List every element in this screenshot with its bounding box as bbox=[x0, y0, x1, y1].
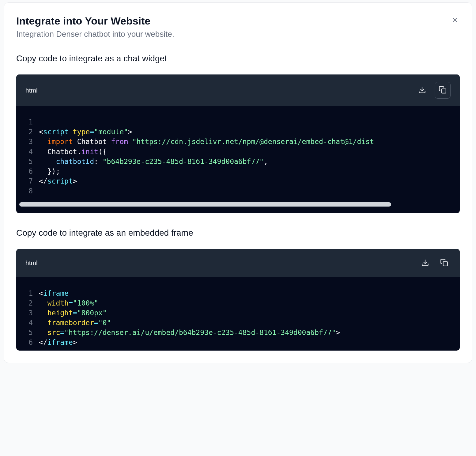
line-number: 6 bbox=[22, 166, 33, 176]
line-number: 2 bbox=[22, 298, 33, 308]
svg-rect-3 bbox=[443, 261, 448, 266]
code-line: 2<script type="module"> bbox=[16, 127, 460, 137]
line-number: 3 bbox=[22, 308, 33, 318]
code-content: </script> bbox=[39, 176, 454, 186]
code-content: </iframe> bbox=[39, 337, 454, 347]
code-line: 6 }); bbox=[16, 166, 460, 176]
code-content: import Chatbot from "https://cdn.jsdeliv… bbox=[39, 137, 454, 146]
horizontal-scrollbar[interactable] bbox=[19, 202, 457, 207]
code-body[interactable]: 1<iframe2 width="100%"3 height="800px"4 … bbox=[16, 277, 460, 351]
code-content bbox=[39, 117, 454, 127]
code-content: frameborder="0" bbox=[39, 318, 454, 328]
code-content: chatbotId: "b64b293e-c235-485d-8161-349d… bbox=[39, 157, 454, 166]
code-body[interactable]: 12<script type="module">3 import Chatbot… bbox=[16, 106, 460, 213]
modal-title: Integrate into Your Website bbox=[16, 15, 460, 27]
code-content bbox=[39, 186, 454, 196]
code-content: height="800px" bbox=[39, 308, 454, 318]
code-line: 2 width="100%" bbox=[16, 298, 460, 308]
download-button[interactable] bbox=[419, 256, 432, 270]
code-line: 5 src="https://denser.ai/u/embed/b64b293… bbox=[16, 328, 460, 337]
code-content: width="100%" bbox=[39, 298, 454, 308]
line-number: 1 bbox=[22, 117, 33, 127]
line-number: 5 bbox=[22, 157, 33, 166]
line-number: 2 bbox=[22, 127, 33, 137]
code-block: html1<iframe2 width="100%"3 height="800p… bbox=[16, 249, 460, 351]
close-button[interactable] bbox=[450, 15, 460, 26]
line-number: 3 bbox=[22, 137, 33, 146]
close-icon bbox=[451, 20, 459, 25]
code-header: html bbox=[16, 74, 460, 106]
code-language-label: html bbox=[25, 259, 38, 267]
code-content: }); bbox=[39, 166, 454, 176]
section-heading: Copy code to integrate as an embedded fr… bbox=[16, 228, 460, 238]
code-actions bbox=[419, 256, 451, 270]
code-actions bbox=[416, 82, 451, 99]
code-content: Chatbot.init({ bbox=[39, 147, 454, 157]
line-number: 5 bbox=[22, 328, 33, 337]
section-heading: Copy code to integrate as a chat widget bbox=[16, 54, 460, 63]
line-number: 8 bbox=[22, 186, 33, 196]
code-line: 5 chatbotId: "b64b293e-c235-485d-8161-34… bbox=[16, 157, 460, 166]
line-number: 7 bbox=[22, 176, 33, 186]
code-language-label: html bbox=[25, 87, 38, 94]
download-button[interactable] bbox=[416, 83, 429, 97]
line-number: 4 bbox=[22, 318, 33, 328]
scrollbar-thumb[interactable] bbox=[19, 202, 391, 207]
line-number: 1 bbox=[22, 288, 33, 298]
copy-button[interactable] bbox=[435, 82, 451, 99]
code-line: 4 frameborder="0" bbox=[16, 318, 460, 328]
code-line: 3 height="800px" bbox=[16, 308, 460, 318]
code-header: html bbox=[16, 249, 460, 277]
code-block: html12<script type="module">3 import Cha… bbox=[16, 74, 460, 213]
code-line: 1<iframe bbox=[16, 288, 460, 298]
modal-subtitle: Integration Denser chatbot into your web… bbox=[16, 29, 460, 39]
download-icon bbox=[421, 259, 429, 268]
copy-icon bbox=[439, 86, 447, 95]
code-line: 7</script> bbox=[16, 176, 460, 186]
code-line: 8 bbox=[16, 186, 460, 196]
copy-button[interactable] bbox=[438, 256, 451, 270]
code-content: <script type="module"> bbox=[39, 127, 454, 137]
svg-rect-1 bbox=[442, 89, 446, 93]
code-line: 4 Chatbot.init({ bbox=[16, 147, 460, 157]
code-line: 3 import Chatbot from "https://cdn.jsdel… bbox=[16, 137, 460, 146]
line-number: 4 bbox=[22, 147, 33, 157]
copy-icon bbox=[440, 259, 448, 268]
integration-modal: Integrate into Your Website Integration … bbox=[4, 2, 472, 363]
line-number: 6 bbox=[22, 337, 33, 347]
code-line: 1 bbox=[16, 117, 460, 127]
code-content: <iframe bbox=[39, 288, 454, 298]
code-line: 6</iframe> bbox=[16, 337, 460, 347]
download-icon bbox=[418, 86, 426, 95]
code-content: src="https://denser.ai/u/embed/b64b293e-… bbox=[39, 328, 454, 337]
